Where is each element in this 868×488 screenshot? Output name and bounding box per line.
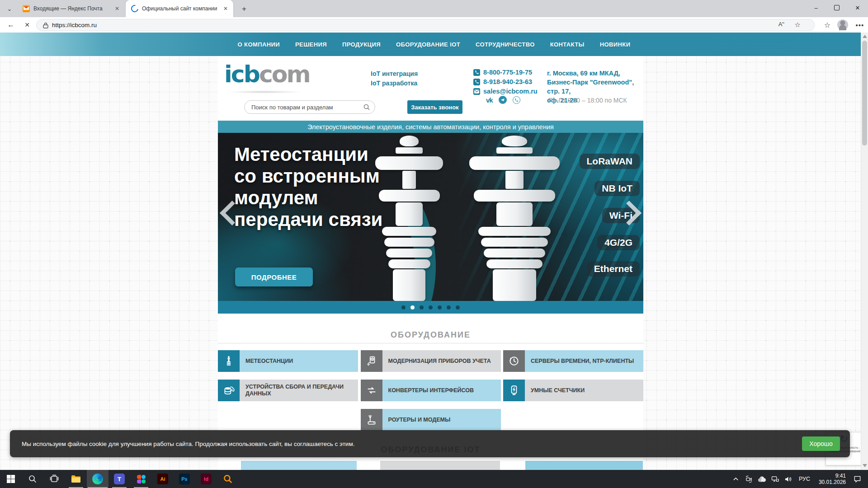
new-tab-button[interactable]: + — [239, 4, 250, 14]
weather-station-image — [469, 136, 560, 301]
slider-dot[interactable] — [438, 305, 442, 310]
time-server-icon — [503, 350, 525, 372]
equipment-item[interactable]: СЕРВЕРЫ ВРЕМЕНИ, NTP-КЛИЕНТЫ — [503, 350, 643, 372]
favorites-icon[interactable]: ☆ — [821, 19, 834, 31]
address-bar[interactable]: https://icbcom.ru Aʺ ☆ — [36, 19, 815, 31]
taskbar-figma-icon[interactable] — [130, 470, 152, 488]
taskbar-indesign-icon[interactable]: Id — [195, 470, 217, 488]
nav-item[interactable]: О КОМПАНИИ — [238, 41, 280, 48]
url-text: https://icbcom.ru — [52, 22, 97, 28]
device-part — [402, 171, 416, 189]
headline-line: передачи связи — [234, 209, 382, 230]
smart-meter-icon — [503, 380, 525, 401]
tab-yandex-mail[interactable]: Входящие — Яндекс Почта ✕ — [17, 0, 125, 17]
address-line: Бизнес-Парк "Greenwood", стр. 17, — [547, 78, 644, 96]
device-part — [386, 249, 432, 258]
equipment-item[interactable]: МОДЕРНИЗАЦИЯ ПРИБОРОВ УЧЕТА — [361, 350, 501, 372]
weather-station-image — [375, 136, 443, 301]
taskbar-zoom-search-icon[interactable] — [217, 470, 239, 488]
more-details-button[interactable]: ПОДРОБНЕЕ — [235, 267, 313, 286]
equipment-item[interactable]: МЕТЕОСТАНЦИИ — [218, 350, 358, 372]
iot-integration-link[interactable]: IoT интеграция — [371, 70, 418, 77]
cookie-accept-button[interactable]: Хорошо — [802, 436, 840, 451]
window-minimize-button[interactable]: – — [806, 0, 826, 15]
phone-link[interactable]: 8-918-940-23-63 — [473, 78, 538, 85]
tray-onedrive-icon[interactable] — [758, 470, 767, 488]
equipment-item[interactable]: УМНЫЕ СЧЕТЧИКИ — [503, 380, 643, 401]
taskbar-task-view-icon[interactable] — [43, 470, 65, 488]
taskbar-clock[interactable]: 9:4130.01.2026 — [816, 473, 849, 485]
taskbar-illustrator-icon[interactable]: Ai — [152, 470, 174, 488]
tray-meet-now-icon[interactable] — [745, 470, 754, 488]
read-aloud-icon[interactable]: Aʺ — [778, 21, 784, 28]
email-link[interactable]: sales@icbcom.ru — [473, 88, 538, 95]
slide-headline: Метеостанциисо встроенныммодулемпередачи… — [234, 144, 382, 230]
nav-item[interactable]: РЕШЕНИЯ — [295, 41, 327, 48]
device-part — [474, 190, 555, 202]
search-input[interactable] — [250, 103, 363, 111]
equipment-item[interactable]: РОУТЕРЫ И МОДЕМЫ — [361, 409, 501, 431]
back-button[interactable]: ← — [5, 19, 17, 31]
stop-loading-button[interactable]: ✕ — [21, 19, 33, 31]
language-indicator[interactable]: РУС — [797, 476, 812, 482]
taskbar-edge-icon[interactable] — [87, 470, 108, 488]
taskbar-start-icon[interactable] — [0, 470, 22, 488]
device-part — [396, 147, 423, 154]
nav-item[interactable]: НОВИНКИ — [600, 41, 631, 48]
window-close-button[interactable]: ✕ — [847, 0, 868, 15]
equipment-item[interactable]: УСТРОЙСТВА СБОРА И ПЕРЕДАЧИ ДАННЫХ — [218, 380, 358, 401]
slider-dot[interactable] — [429, 305, 433, 310]
order-call-button[interactable]: Заказать звонок — [407, 100, 462, 114]
tab-title: Входящие — Яндекс Почта — [33, 5, 109, 12]
notification-center-icon[interactable] — [853, 470, 862, 488]
equipment-item[interactable]: КОНВЕРТЕРЫ ИНТЕРФЕЙСОВ — [361, 380, 501, 401]
slider-dot[interactable] — [410, 305, 415, 310]
iot-equipment-item-partial[interactable] — [380, 461, 500, 470]
taskbar-teams-icon[interactable]: T — [108, 470, 130, 488]
vk-icon[interactable]: vk — [486, 96, 493, 104]
slider-dot[interactable] — [420, 305, 424, 310]
tab-actions-chevron-icon[interactable]: ⌄ — [4, 3, 15, 14]
nav-item[interactable]: ПРОДУКЦИЯ — [342, 41, 381, 48]
device-part — [388, 259, 430, 268]
nav-item[interactable]: КОНТАКТЫ — [550, 41, 585, 48]
browser-menu-icon[interactable]: ••• — [854, 19, 866, 31]
site-logo[interactable]: icbcom — [224, 62, 310, 86]
iot-equipment-item-partial[interactable] — [525, 461, 643, 470]
tab-close-icon[interactable]: ✕ — [222, 5, 230, 13]
tray-network-icon[interactable] — [771, 470, 780, 488]
iot-equipment-item-partial[interactable] — [241, 461, 357, 470]
tray-chevron-up-icon[interactable] — [731, 470, 741, 488]
slider-dot[interactable] — [401, 305, 406, 310]
slider-dot[interactable] — [456, 305, 460, 310]
taskbar-search-icon[interactable] — [22, 470, 43, 488]
telegram-icon[interactable] — [499, 96, 507, 104]
logo-shadow — [226, 90, 303, 94]
slider-dot[interactable] — [447, 305, 451, 310]
address-line: г. Москва, 69 км МКАД, — [547, 69, 644, 78]
scrollbar-thumb[interactable] — [862, 41, 867, 145]
phone-number: 8-800-775-19-75 — [483, 69, 532, 76]
favorite-star-icon[interactable]: ☆ — [795, 21, 801, 29]
tab-icbcom-active[interactable]: Официальный сайт компании IC ✕ — [126, 0, 233, 17]
whatsapp-icon[interactable] — [513, 96, 520, 104]
page-scrollbar[interactable] — [861, 33, 868, 470]
iot-development-link[interactable]: IoT разработка — [371, 80, 417, 87]
window-restore-button[interactable] — [826, 0, 847, 15]
nav-item[interactable]: ОБОРУДОВАНИЕ IOT — [396, 41, 460, 48]
equipment-item-label: КОНВЕРТЕРЫ ИНТЕРФЕЙСОВ — [382, 380, 501, 401]
tray-volume-icon[interactable] — [784, 470, 793, 488]
device-part — [393, 269, 425, 301]
scroll-down-arrow[interactable] — [863, 464, 867, 467]
dotted-divider — [218, 343, 643, 343]
browser-tab-strip: ⌄ Входящие — Яндекс Почта ✕ Официальный … — [0, 0, 868, 17]
scroll-up-arrow[interactable] — [863, 35, 867, 38]
nav-item[interactable]: СОТРУДНИЧЕСТВО — [476, 41, 535, 48]
taskbar-file-explorer-icon[interactable] — [65, 470, 87, 488]
phone-link[interactable]: 8-800-775-19-75 — [473, 69, 538, 76]
profile-avatar[interactable] — [837, 19, 848, 30]
taskbar-photoshop-icon[interactable]: Ps — [174, 470, 195, 488]
tab-close-icon[interactable]: ✕ — [113, 5, 121, 13]
slide-scene: Метеостанциисо встроенныммодулемпередачи… — [218, 133, 643, 301]
search-icon[interactable] — [363, 103, 370, 111]
